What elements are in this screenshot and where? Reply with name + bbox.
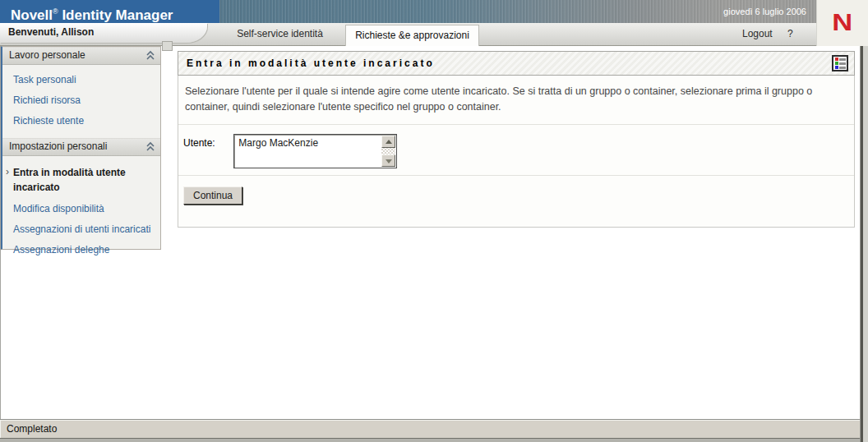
sidebar-item-assegnazioni-utenti-incaricati[interactable]: Assegnazioni di utenti incaricati [2, 219, 160, 240]
panel-body: Selezionare l'utente per il quale si int… [178, 76, 855, 228]
sidebar-menu: Lavoro personale Task personali Richiedi… [0, 46, 161, 250]
portlet-icon-bar [839, 58, 846, 61]
portlet-menu-button[interactable] [832, 55, 848, 71]
layout-corner-box [162, 41, 173, 51]
status-text: Completato [7, 423, 57, 435]
brand-bar: Novell® Identity Manager [0, 0, 219, 23]
help-link[interactable]: ? [787, 23, 793, 45]
sidebar-section-title: Lavoro personale [9, 49, 85, 61]
sidebar-section-items: Task personali Richiedi risorsa Richiest… [2, 65, 160, 138]
continue-button[interactable]: Continua [183, 186, 242, 205]
portlet-icon-green-square [835, 62, 838, 65]
page-title: Entra in modalità utente incaricato [187, 58, 435, 69]
panel-title-bar: Entra in modalità utente incaricato [178, 51, 855, 76]
listbox-scrollbar[interactable] [381, 136, 395, 167]
app-window: Novell® Identity Manager giovedì 6 lugli… [0, 0, 868, 442]
brand-product: Identity Manager [58, 7, 173, 23]
scroll-down-icon [386, 159, 392, 163]
left-window-edge [0, 46, 1, 442]
sidebar-section-title: Impostazioni personali [9, 140, 107, 152]
bottom-window-edge [0, 438, 868, 442]
sidebar-item-modifica-disponibilita[interactable]: Modifica disponibilità [2, 199, 160, 219]
user-label: Utente: [183, 137, 231, 149]
instruction-text: Selezionare l'utente per il quale si int… [178, 76, 854, 125]
date-label: giovedì 6 luglio 2006 [723, 7, 806, 16]
novell-n-logo-icon: N [833, 10, 853, 35]
sidebar-item-richieste-utente[interactable]: Richieste utente [2, 111, 160, 131]
sidebar-section-items: › Entra in modalità utente incaricato Mo… [2, 156, 160, 267]
welcome-label: Benvenuti, Allison [8, 26, 94, 38]
portlet-icon-red-square [835, 58, 838, 61]
sidebar-item-assegnazioni-deleghe[interactable]: Assegnazioni deleghe [2, 240, 160, 260]
portlet-icon-bar [839, 67, 846, 69]
sidebar-item-label: Entra in modalità utente incaricato [13, 167, 126, 193]
button-area: Continua [178, 176, 854, 205]
sidebar-section-impostazioni-personali[interactable]: Impostazioni personali [2, 138, 160, 156]
status-bar: Completato [0, 419, 868, 438]
brand-novell: Novell [11, 7, 53, 23]
current-item-marker: › [6, 164, 9, 179]
user-listbox-option[interactable]: Margo MacKenzie [234, 135, 396, 149]
portlet-icon-bar [839, 62, 846, 65]
user-listbox[interactable]: Margo MacKenzie [233, 134, 397, 168]
sidebar-item-richiedi-risorsa[interactable]: Richiedi risorsa [2, 90, 160, 111]
user-form-row: Utente: Margo MacKenzie [178, 125, 854, 176]
scroll-up-button[interactable] [381, 136, 395, 148]
tab-requests-approvals[interactable]: Richieste &e approvazioni [345, 25, 479, 46]
sidebar-item-task-personali[interactable]: Task personali [2, 70, 160, 90]
novell-logo-block: N [816, 0, 868, 46]
collapse-chevrons-icon[interactable] [145, 50, 155, 66]
header-texture: giovedì 6 luglio 2006 [219, 0, 816, 23]
logout-link[interactable]: Logout [742, 23, 773, 45]
scroll-up-icon [386, 140, 392, 144]
portlet-icon-blue-square [835, 66, 838, 69]
sidebar-section-lavoro-personale[interactable]: Lavoro personale [2, 47, 160, 65]
scroll-down-button[interactable] [381, 154, 395, 167]
sidebar-item-entra-modalita-utente-incaricato[interactable]: › Entra in modalità utente incaricato [2, 161, 160, 199]
right-window-edge-outer [863, 46, 868, 442]
tab-bar: Benvenuti, Allison Self-service identità… [0, 23, 816, 46]
registered-mark: ® [53, 7, 58, 16]
tab-self-service-identity[interactable]: Self-service identità [220, 23, 339, 45]
collapse-chevrons-icon[interactable] [145, 141, 155, 157]
